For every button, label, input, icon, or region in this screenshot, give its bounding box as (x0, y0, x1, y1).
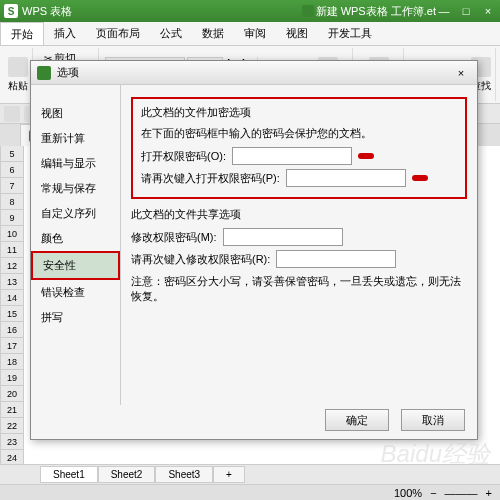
row-header[interactable]: 12 (0, 258, 24, 274)
tab-insert[interactable]: 插入 (44, 22, 86, 45)
doc-icon (302, 5, 314, 17)
sidebar-item-4[interactable]: 自定义序列 (31, 201, 120, 226)
row-headers: 5678910111213141516171819202122232425262… (0, 146, 24, 500)
row-header[interactable]: 8 (0, 194, 24, 210)
row-header[interactable]: 5 (0, 146, 24, 162)
zoom-level[interactable]: 100% (394, 487, 422, 499)
paste-group: 粘贴 (4, 48, 33, 101)
sheet-tab-3[interactable]: Sheet3 (155, 466, 213, 483)
row-header[interactable]: 21 (0, 402, 24, 418)
paste-icon[interactable] (8, 57, 28, 77)
window-buttons: — □ × (436, 4, 496, 18)
cancel-button[interactable]: 取消 (401, 409, 465, 431)
sheet-tab-2[interactable]: Sheet2 (98, 466, 156, 483)
pwd2-input[interactable] (286, 169, 406, 187)
row-header[interactable]: 17 (0, 338, 24, 354)
ok-button[interactable]: 确定 (325, 409, 389, 431)
pwd4-input[interactable] (276, 250, 396, 268)
sidebar-item-7[interactable]: 错误检查 (31, 280, 120, 305)
status-bar: 100% − ——— + (0, 484, 500, 500)
pwd1-input[interactable] (232, 147, 352, 165)
tab-formula[interactable]: 公式 (150, 22, 192, 45)
section1-desc: 在下面的密码框中输入的密码会保护您的文档。 (141, 126, 457, 141)
zoom-slider[interactable]: ——— (445, 487, 478, 499)
app-title: WPS 表格 (22, 4, 302, 19)
tab-review[interactable]: 审阅 (234, 22, 276, 45)
dialog-footer: 确定 取消 (325, 409, 465, 431)
sheet-tabs: Sheet1 Sheet2 Sheet3 + (0, 464, 500, 484)
section2-title: 此文档的文件共享选项 (131, 207, 467, 222)
row-header[interactable]: 9 (0, 210, 24, 226)
tab-data[interactable]: 数据 (192, 22, 234, 45)
row-header[interactable]: 6 (0, 162, 24, 178)
row-header[interactable]: 15 (0, 306, 24, 322)
pwd4-label: 请再次键入修改权限密码(R): (131, 252, 270, 267)
row-header[interactable]: 19 (0, 370, 24, 386)
row-header[interactable]: 7 (0, 178, 24, 194)
close-button[interactable]: × (480, 4, 496, 18)
sidebar-item-1[interactable]: 重新计算 (31, 126, 120, 151)
qat-save[interactable] (4, 106, 20, 122)
row-header[interactable]: 13 (0, 274, 24, 290)
app-logo: S (4, 4, 18, 18)
zoom-out[interactable]: − (430, 487, 436, 499)
row-header[interactable]: 20 (0, 386, 24, 402)
row-header[interactable]: 22 (0, 418, 24, 434)
tab-view[interactable]: 视图 (276, 22, 318, 45)
sheet-tab-add[interactable]: + (213, 466, 245, 483)
dialog-icon (37, 66, 51, 80)
row-header[interactable]: 11 (0, 242, 24, 258)
dialog-titlebar: 选项 × (31, 61, 477, 85)
row-header[interactable]: 10 (0, 226, 24, 242)
row-header[interactable]: 23 (0, 434, 24, 450)
menu-bar: 开始 插入 页面布局 公式 数据 审阅 视图 开发工具 (0, 22, 500, 46)
pwd1-label: 打开权限密码(O): (141, 149, 226, 164)
pwd-note: 注意：密码区分大小写，请妥善保管密码，一旦丢失或遗忘，则无法恢复。 (131, 274, 467, 304)
dialog-title: 选项 (57, 65, 451, 80)
sidebar-item-3[interactable]: 常规与保存 (31, 176, 120, 201)
maximize-button[interactable]: □ (458, 4, 474, 18)
row-header[interactable]: 14 (0, 290, 24, 306)
minimize-button[interactable]: — (436, 4, 452, 18)
sheet-tab-1[interactable]: Sheet1 (40, 466, 98, 483)
sidebar-item-2[interactable]: 编辑与显示 (31, 151, 120, 176)
tab-layout[interactable]: 页面布局 (86, 22, 150, 45)
sidebar-item-6[interactable]: 安全性 (31, 251, 120, 280)
options-dialog: 选项 × 视图重新计算编辑与显示常规与保存自定义序列颜色安全性错误检查拼写 此文… (30, 60, 478, 440)
row-header[interactable]: 18 (0, 354, 24, 370)
dialog-sidebar: 视图重新计算编辑与显示常规与保存自定义序列颜色安全性错误检查拼写 (31, 85, 121, 405)
title-bar: S WPS 表格 新建 WPS表格 工作簿.et — □ × (0, 0, 500, 22)
tab-dev[interactable]: 开发工具 (318, 22, 382, 45)
pwd2-marker (412, 175, 428, 181)
zoom-in[interactable]: + (486, 487, 492, 499)
pwd3-label: 修改权限密码(M): (131, 230, 217, 245)
doc-name: 新建 WPS表格 工作簿.et (316, 4, 436, 19)
row-header[interactable]: 16 (0, 322, 24, 338)
tab-home[interactable]: 开始 (0, 22, 44, 45)
sidebar-item-0[interactable]: 视图 (31, 101, 120, 126)
sidebar-item-5[interactable]: 颜色 (31, 226, 120, 251)
encryption-section: 此文档的文件加密选项 在下面的密码框中输入的密码会保护您的文档。 打开权限密码(… (131, 97, 467, 199)
section1-title: 此文档的文件加密选项 (141, 105, 457, 120)
pwd2-label: 请再次键入打开权限密码(P): (141, 171, 280, 186)
sidebar-item-8[interactable]: 拼写 (31, 305, 120, 330)
pwd1-marker (358, 153, 374, 159)
dialog-close[interactable]: × (451, 67, 471, 79)
paste-label: 粘贴 (8, 79, 28, 93)
dialog-main: 此文档的文件加密选项 在下面的密码框中输入的密码会保护您的文档。 打开权限密码(… (121, 85, 477, 405)
pwd3-input[interactable] (223, 228, 343, 246)
titlebar-doc: 新建 WPS表格 工作簿.et (302, 4, 436, 19)
dialog-body: 视图重新计算编辑与显示常规与保存自定义序列颜色安全性错误检查拼写 此文档的文件加… (31, 85, 477, 405)
